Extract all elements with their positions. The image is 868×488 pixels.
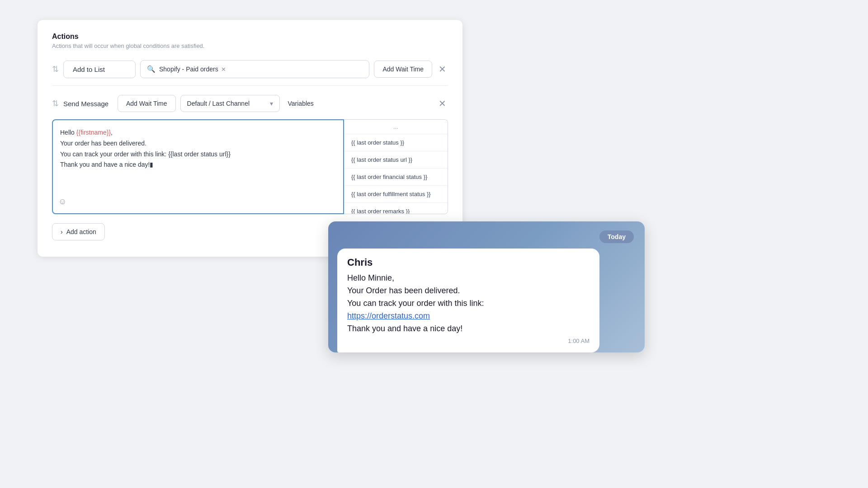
variable-last-order-status-url[interactable]: {{ last order status url }} [344, 151, 448, 169]
variable-item-ellipsis: ... [344, 120, 448, 134]
firstname-variable: {{firstname}} [76, 129, 111, 136]
bubble-time: 1:00 AM [347, 338, 590, 344]
bubble-line3: You can track your order with this link:… [347, 297, 590, 323]
close-row2-button[interactable]: ✕ [437, 96, 448, 111]
sort-icon-2[interactable]: ⇅ [52, 99, 59, 108]
message-bubble: Chris Hello Minnie, Your Order has been … [337, 249, 599, 352]
add-action-label: Add action [66, 228, 96, 235]
editor-line1: Hello {{firstname}}, [60, 127, 336, 138]
search-icon: 🔍 [147, 65, 156, 73]
bubble-text: Hello Minnie, Your Order has been delive… [347, 272, 590, 335]
add-wait-time-button-row1[interactable]: Add Wait Time [374, 61, 432, 78]
variables-label: Variables [288, 100, 432, 107]
editor-container: Hello {{firstname}}, Your order has been… [52, 119, 448, 214]
bubble-line2: Your Order has been delivered. [347, 285, 590, 297]
variable-last-order-remarks[interactable]: {{ last order remarks }} [344, 203, 448, 214]
bubble-sender: Chris [347, 257, 590, 268]
add-wait-time-button-row2[interactable]: Add Wait Time [118, 95, 176, 112]
today-badge: Today [328, 221, 645, 247]
add-action-button[interactable]: › Add action [52, 223, 105, 240]
add-to-list-button[interactable]: Add to List [63, 61, 136, 78]
channel-dropdown[interactable]: Default / Last Channel ▾ [180, 95, 280, 112]
editor-line4: Thank you and have a nice day!▮ [60, 160, 336, 170]
message-editor[interactable]: Hello {{firstname}}, Your order has been… [52, 119, 344, 214]
editor-line2: Your order has been delivered. [60, 138, 336, 149]
send-message-label: Send Message [63, 100, 113, 108]
bubble-link[interactable]: https://orderstatus.com [347, 311, 430, 320]
close-row1-button[interactable]: ✕ [437, 62, 448, 76]
send-message-row: ⇅ Send Message Add Wait Time Default / L… [52, 95, 448, 112]
emoji-button[interactable]: ☺ [58, 195, 66, 209]
tag-close-icon[interactable]: ✕ [221, 66, 226, 73]
search-field[interactable]: 🔍 Shopify - Paid orders ✕ [140, 60, 369, 78]
add-action-chevron-icon: › [61, 228, 63, 235]
add-to-list-row: ⇅ Add to List 🔍 Shopify - Paid orders ✕ … [52, 60, 448, 78]
divider [52, 85, 448, 86]
phone-preview: Today Chris Hello Minnie, Your Order has… [328, 221, 645, 352]
channel-label: Default / Last Channel [187, 100, 250, 107]
variable-last-order-fulfillment-status[interactable]: {{ last order fulfillment status }} [344, 186, 448, 203]
variables-panel: ... {{ last order status }} {{ last orde… [344, 119, 448, 214]
bubble-line4: Thank you and have a nice day! [347, 323, 590, 335]
panel-title: Actions [52, 33, 448, 41]
today-label: Today [599, 230, 634, 243]
sort-icon[interactable]: ⇅ [52, 64, 59, 74]
variable-last-order-status[interactable]: {{ last order status }} [344, 134, 448, 151]
variable-last-order-financial-status[interactable]: {{ last order financial status }} [344, 169, 448, 186]
panel-subtitle: Actions that will occur when global cond… [52, 42, 448, 49]
chevron-down-icon: ▾ [270, 100, 273, 107]
bubble-line1: Hello Minnie, [347, 272, 590, 285]
editor-line3: You can track your order with this link:… [60, 149, 336, 160]
search-tag: Shopify - Paid orders ✕ [159, 66, 226, 73]
